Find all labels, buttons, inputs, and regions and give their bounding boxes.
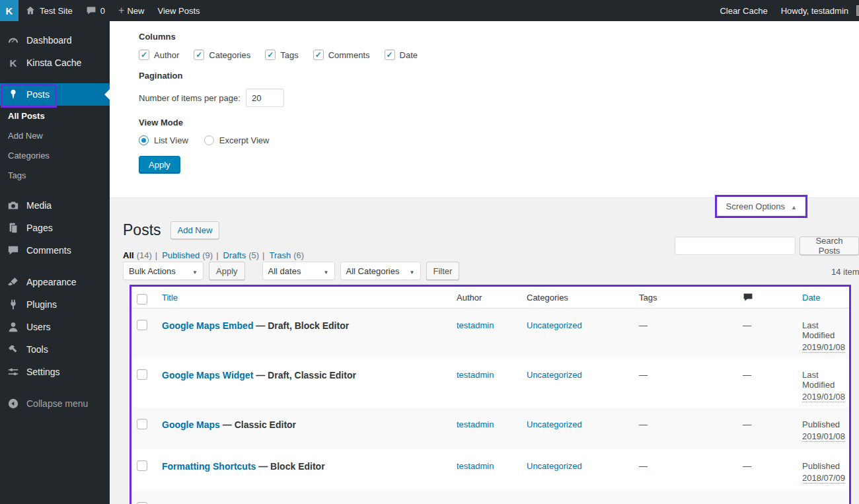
screen-options-panel: Columns Author Categories Tags Comments … [110,21,859,198]
new-label: New [127,6,144,16]
screen-options-tab[interactable]: Screen Options [717,197,805,216]
radio-unselected[interactable] [204,135,214,145]
submenu-item-add-new[interactable]: Add New [0,126,110,145]
howdy-label: Howdy, testadmin [781,6,848,16]
sidebar-item-label: Settings [26,367,60,377]
checkbox-checked[interactable] [194,50,204,60]
date-value: 2019/01/08 [802,431,845,442]
post-title-link[interactable]: Google Maps Widget [162,370,253,380]
view-mode-list[interactable]: List View [139,135,188,145]
filter-all-link[interactable]: All (14) [123,250,152,260]
checkbox-checked[interactable] [139,50,149,60]
post-title-link[interactable]: Google Maps [162,419,220,430]
sidebar-item-label: Pages [26,223,53,233]
sidebar-item-tools[interactable]: Tools [0,338,110,361]
filter-button[interactable]: Filter [426,262,460,280]
sidebar-item-label: Collapse menu [26,398,88,409]
column-toggle-categories[interactable]: Categories [194,50,250,60]
submenu-item-categories[interactable]: Categories [0,145,110,165]
sidebar-item-users[interactable]: Users [0,316,110,338]
new-content-menu[interactable]: + New [112,0,151,21]
filter-published-link[interactable]: Published (9) [162,250,213,260]
sidebar-item-media[interactable]: Media [0,194,110,217]
row-checkbox[interactable] [137,369,147,380]
view-posts-link[interactable]: View Posts [151,0,206,21]
separator: | [155,250,157,260]
table-row: Donate — Block Editor testadmin Uncatego… [131,491,849,504]
howdy-account-menu[interactable]: Howdy, testadmin [774,0,859,21]
row-checkbox[interactable] [137,419,147,429]
comments-value: — [743,320,751,330]
column-toggle-date[interactable]: Date [385,50,418,60]
author-link[interactable]: testadmin [457,320,494,330]
clear-cache-button[interactable]: Clear Cache [713,0,774,21]
category-link[interactable]: Uncategorized [527,370,582,380]
pages-icon [7,222,20,234]
category-link[interactable]: Uncategorized [527,461,582,471]
site-name-menu[interactable]: Test Site [19,0,79,21]
filter-label: Trash [269,250,291,260]
select-all-checkbox[interactable] [137,294,147,305]
sidebar-item-dashboard[interactable]: Dashboard [0,29,110,52]
screen-options-apply-button[interactable]: Apply [139,156,180,174]
checkbox-checked[interactable] [385,50,395,60]
author-column-header: Author [457,293,482,303]
comments-value: — [743,419,751,429]
submenu-item-tags[interactable]: Tags [0,165,110,185]
post-state: — Draft, Classic Editor [253,370,356,380]
bulk-apply-button[interactable]: Apply [209,262,245,280]
column-toggle-author[interactable]: Author [139,50,179,60]
home-icon [25,5,36,16]
category-link[interactable]: Uncategorized [527,419,582,429]
sidebar-item-posts[interactable]: Posts [0,83,110,106]
column-toggle-comments[interactable]: Comments [313,50,370,60]
column-toggle-tags[interactable]: Tags [265,50,298,60]
filter-trash-link[interactable]: Trash (6) [269,250,304,260]
post-title-link[interactable]: Google Maps Embed [162,320,253,331]
checkbox-label: Comments [328,50,370,60]
row-checkbox[interactable] [137,460,147,471]
sidebar-item-comments[interactable]: Comments [0,239,110,262]
category-link[interactable]: Uncategorized [527,320,582,330]
radio-selected[interactable] [139,135,149,145]
tags-column-header: Tags [639,293,657,303]
checkbox-checked[interactable] [313,50,324,60]
sort-title-link[interactable]: Title [162,293,178,303]
sidebar-item-label: Media [26,200,52,211]
row-checkbox[interactable] [137,320,147,330]
sidebar-item-kinsta-cache[interactable]: K Kinsta Cache [0,52,110,74]
filter-drafts-link[interactable]: Drafts (5) [223,250,260,260]
sidebar-item-label: Posts [26,89,50,100]
categories-filter-select[interactable]: All Categories [340,262,421,280]
admin-bar-comments[interactable]: 0 [79,0,112,21]
post-title-link[interactable]: Formatting Shortcuts [162,461,256,472]
checkbox-checked[interactable] [265,50,276,60]
comments-bubble-icon [7,244,20,256]
items-per-page-input[interactable] [246,89,284,107]
search-input[interactable] [675,236,796,255]
author-link[interactable]: testadmin [457,370,494,380]
add-new-button[interactable]: Add New [170,221,220,239]
sidebar-item-appearance[interactable]: Appearance [0,271,110,293]
posts-table: Title Author Categories Tags Date Google… [131,287,849,504]
sidebar-item-pages[interactable]: Pages [0,217,110,239]
search-posts-button[interactable]: Search Posts [800,236,859,255]
author-link[interactable]: testadmin [457,419,494,429]
author-link[interactable]: testadmin [457,461,494,471]
sidebar-item-settings[interactable]: Settings [0,361,110,383]
comments-column-icon [743,292,789,303]
posts-submenu: All Posts Add New Categories Tags [0,106,110,185]
table-row: Google Maps Widget — Draft, Classic Edit… [131,358,849,408]
dates-filter-select[interactable]: All dates [262,262,335,280]
sidebar-item-collapse-menu[interactable]: Collapse menu [0,392,110,415]
table-row: Formatting Shortcuts — Block Editor test… [131,449,849,491]
comments-value: — [743,461,751,471]
sidebar-item-plugins[interactable]: Plugins [0,293,110,316]
sidebar-item-label: Appearance [26,277,77,287]
bulk-actions-select[interactable]: Bulk Actions [123,262,204,280]
sort-date-link[interactable]: Date [802,293,820,303]
submenu-item-all-posts[interactable]: All Posts [0,106,110,126]
kinsta-logo-icon[interactable]: K [0,0,19,21]
view-mode-excerpt[interactable]: Excerpt View [204,135,270,145]
columns-checkbox-row: Author Categories Tags Comments Date [139,50,846,60]
